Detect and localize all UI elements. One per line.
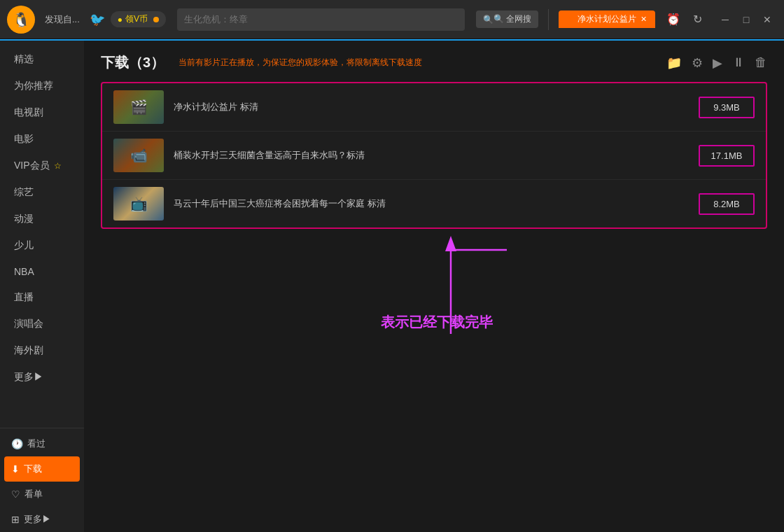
minimize-button[interactable]: ─ xyxy=(715,10,735,29)
search-icon: 🔍 xyxy=(483,15,493,24)
item-thumbnail: 📺 xyxy=(113,187,164,220)
download-list: 🎬 净水计划公益片 标清 9.3MB 📹 桶装水开封三天细菌含量远高于自来水吗？… xyxy=(101,82,767,229)
search-all-button[interactable]: 🔍 🔍 全网搜 xyxy=(476,10,538,28)
sidebar-item-recommended[interactable]: 为你推荐 xyxy=(0,73,84,99)
sidebar-watchlist-label: 看单 xyxy=(24,488,43,500)
item-size: 9.3MB xyxy=(699,97,755,118)
sidebar-item-nba[interactable]: NBA xyxy=(0,259,84,284)
heart-sidebar-icon: ♡ xyxy=(11,489,20,500)
search-bar[interactable] xyxy=(177,8,465,31)
settings-action-icon[interactable]: ⚙ xyxy=(692,55,703,71)
sidebar-download-label: 下载 xyxy=(24,463,42,475)
item-thumbnail: 🎬 xyxy=(113,90,164,124)
sidebar-watchlist[interactable]: ♡ 看单 xyxy=(0,482,84,507)
item-title: 净水计划公益片 标清 xyxy=(174,101,689,113)
main-layout: 精选 为你推荐 电视剧 电影 VIP会员 ☆ 综艺 动漫 少儿 NBA 直播 演… xyxy=(0,41,784,532)
thumb-preview: 📹 xyxy=(113,139,164,172)
table-row[interactable]: 📹 桶装水开封三天细菌含量远高于自来水吗？标清 17.1MB xyxy=(102,132,766,180)
nav-links: 发现自... xyxy=(41,12,84,27)
item-size: 8.2MB xyxy=(699,193,755,215)
sidebar-more2-label: 更多▶ xyxy=(24,513,51,526)
search-input[interactable] xyxy=(184,14,458,24)
sidebar-more2[interactable]: ⊞ 更多▶ xyxy=(0,507,84,532)
table-row[interactable]: 📺 马云十年后中国三大癌症将会困扰着每一个家庭 标清 8.2MB xyxy=(102,180,766,227)
titlebar: 🐧 发现自... 🐦 ● 领V币 🔍 🔍 全网搜 ▶ 净水计划公益片 ✕ ⏰ ↻… xyxy=(0,0,784,39)
tab-play-icon: ▶ xyxy=(567,15,573,24)
sidebar-item-kids[interactable]: 少儿 xyxy=(0,232,84,259)
close-button[interactable]: ✕ xyxy=(757,10,777,29)
window-controls: ─ □ ✕ xyxy=(715,10,777,29)
sidebar-item-tv[interactable]: 电视剧 xyxy=(0,99,84,126)
item-title: 马云十年后中国三大癌症将会困扰着每一个家庭 标清 xyxy=(174,197,689,210)
delete-action-icon[interactable]: 🗑 xyxy=(755,55,767,70)
page-title: 下载（3） xyxy=(101,53,164,72)
grid-sidebar-icon: ⊞ xyxy=(11,514,20,525)
sidebar-item-movie[interactable]: 电影 xyxy=(0,126,84,153)
tab-close-button[interactable]: ✕ xyxy=(640,15,647,24)
nav-discover[interactable]: 发现自... xyxy=(41,12,84,27)
tab-label: 净水计划公益片 xyxy=(578,13,636,25)
sidebar-item-live[interactable]: 直播 xyxy=(0,284,84,311)
sidebar-item-concert[interactable]: 演唱会 xyxy=(0,311,84,337)
vip-star-icon: ☆ xyxy=(54,161,62,171)
titlebar-icons: ⏰ ↻ xyxy=(664,10,707,29)
thumb-preview: 🎬 xyxy=(113,90,164,124)
sidebar-item-anime[interactable]: 动漫 xyxy=(0,206,84,232)
header-actions: 📁 ⚙ ▶ ⏸ 🗑 xyxy=(666,55,767,71)
thumb-preview: 📺 xyxy=(113,187,164,220)
sidebar-item-featured[interactable]: 精选 xyxy=(0,46,84,73)
maximize-button[interactable]: □ xyxy=(736,10,756,29)
download-list-container: 🎬 净水计划公益片 标清 9.3MB 📹 桶装水开封三天细菌含量远高于自来水吗？… xyxy=(101,82,767,229)
divider xyxy=(548,9,549,30)
follow-icon[interactable]: 🐦 xyxy=(90,12,105,27)
content-area: 下载（3） 当前有影片正在播放，为保证您的观影体验，将限制离线下载速度 📁 ⚙ … xyxy=(84,41,784,532)
coin-notification-dot xyxy=(153,17,159,22)
download-notice: 当前有影片正在播放，为保证您的观影体验，将限制离线下载速度 xyxy=(178,57,422,69)
download-sidebar-icon: ⬇ xyxy=(11,463,20,475)
sidebar-item-overseas[interactable]: 海外剧 xyxy=(0,337,84,364)
annotation-text: 表示已经下载完毕 xyxy=(381,313,493,332)
item-thumbnail: 📹 xyxy=(113,139,164,172)
download-header: 下载（3） 当前有影片正在播放，为保证您的观影体验，将限制离线下载速度 📁 ⚙ … xyxy=(101,53,767,72)
sidebar-item-vip[interactable]: VIP会员 ☆ xyxy=(0,153,84,179)
sidebar-history-label: 看过 xyxy=(27,438,46,450)
sidebar-item-variety[interactable]: 综艺 xyxy=(0,179,84,206)
item-size: 17.1MB xyxy=(699,145,755,167)
history-sidebar-icon: 🕐 xyxy=(11,438,23,449)
sidebar-bottom: 🕐 看过 ⬇ 下载 ♡ 看单 ⊞ 更多▶ xyxy=(0,428,84,532)
annotation-area: 表示已经下载完毕 xyxy=(101,229,767,369)
folder-action-icon[interactable]: 📁 xyxy=(666,55,682,71)
table-row[interactable]: 🎬 净水计划公益片 标清 9.3MB xyxy=(102,83,766,132)
sidebar-history[interactable]: 🕐 看过 xyxy=(0,431,84,456)
coin-button[interactable]: ● 领V币 xyxy=(111,11,166,27)
pause-action-icon[interactable]: ⏸ xyxy=(732,55,745,70)
app-logo[interactable]: 🐧 xyxy=(7,6,35,34)
item-title: 桶装水开封三天细菌含量远高于自来水吗？标清 xyxy=(174,149,689,162)
svg-marker-2 xyxy=(445,236,456,251)
sidebar: 精选 为你推荐 电视剧 电影 VIP会员 ☆ 综艺 动漫 少儿 NBA 直播 演… xyxy=(0,41,84,532)
sidebar-item-more[interactable]: 更多▶ xyxy=(0,364,84,391)
play-action-icon[interactable]: ▶ xyxy=(713,55,722,71)
refresh-icon[interactable]: ↻ xyxy=(687,10,707,29)
sidebar-download[interactable]: ⬇ 下载 xyxy=(4,456,80,482)
history-icon[interactable]: ⏰ xyxy=(664,10,683,29)
active-tab[interactable]: ▶ 净水计划公益片 ✕ xyxy=(559,10,655,28)
